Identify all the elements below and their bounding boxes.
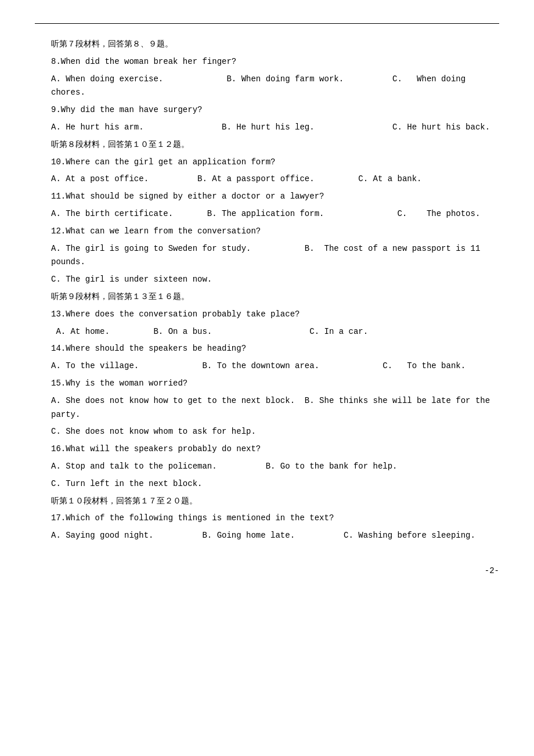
q13-option-a: A. At home. B. On a bus. C. In a car. <box>51 327 368 336</box>
top-divider <box>35 23 499 24</box>
q11-option-a: A. The birth certificate. B. The applica… <box>51 209 480 218</box>
q13-question: 13.Where does the conversation probably … <box>35 308 499 322</box>
q10-option-a: A. At a post office. B. At a passport of… <box>51 174 422 183</box>
q8-options: A. When doing exercise. B. When doing fa… <box>51 73 499 100</box>
q12-option-c: C. The girl is under sixteen now. <box>51 273 499 287</box>
q16-option-ab: A. Stop and talk to the policeman. B. Go… <box>51 460 499 474</box>
q10-options: A. At a post office. B. At a passport of… <box>51 172 499 186</box>
q15-option-a: A. She does not know how to get to the n… <box>51 396 490 419</box>
q16-option-a: A. Stop and talk to the policeman. B. Go… <box>51 462 398 471</box>
q16-question: 16.What will the speakers probably do ne… <box>35 442 499 456</box>
q12-option-a: A. The girl is going to Sweden for study… <box>51 244 480 267</box>
q11-question: 11.What should be signed by either a doc… <box>35 190 499 204</box>
q15-question: 15.Why is the woman worried? <box>35 377 499 391</box>
q14-option-a: A. To the village. B. To the downtown ar… <box>51 361 466 370</box>
q12-option-ab: A. The girl is going to Sweden for study… <box>51 242 499 270</box>
q14-options: A. To the village. B. To the downtown ar… <box>51 359 499 373</box>
section9-header: 听第９段材料，回答第１３至１６题。 <box>35 290 499 304</box>
q8-option-a: A. When doing exercise. B. When doing fa… <box>51 74 466 98</box>
q15-option-c-text: C. She does not know whom to ask for hel… <box>51 427 256 436</box>
q11-options: A. The birth certificate. B. The applica… <box>51 207 499 221</box>
content-area: 听第７段材料，回答第８、９题。 8.When did the woman bre… <box>35 38 499 543</box>
q13-options: A. At home. B. On a bus. C. In a car. <box>51 325 499 339</box>
q17-options: A. Saying good night. B. Going home late… <box>51 529 499 543</box>
q14-question: 14.Where should the speakers be heading? <box>35 342 499 356</box>
q16-option-c: C. Turn left in the next block. <box>51 477 499 491</box>
page-number: -2- <box>35 566 499 575</box>
q17-option-a: A. Saying good night. B. Going home late… <box>51 531 475 540</box>
q15-option-c: C. She does not know whom to ask for hel… <box>51 425 499 439</box>
q12-question: 12.What can we learn from the conversati… <box>35 225 499 239</box>
q9-options: A. He hurt his arm. B. He hurt his leg. … <box>51 121 499 135</box>
section10-header: 听第１０段材料，回答第１７至２０题。 <box>35 495 499 509</box>
section7-header: 听第７段材料，回答第８、９题。 <box>35 38 499 52</box>
q12-option-c-text: C. The girl is under sixteen now. <box>51 275 212 284</box>
q15-option-ab: A. She does not know how to get to the n… <box>51 394 499 422</box>
q9-question: 9.Why did the man have surgery? <box>35 103 499 117</box>
q10-question: 10.Where can the girl get an application… <box>35 156 499 170</box>
q16-option-c-text: C. Turn left in the next block. <box>51 479 202 488</box>
q17-question: 17.Which of the following things is ment… <box>35 512 499 525</box>
q8-question: 8.When did the woman break her finger? <box>35 55 499 69</box>
q9-option-a: A. He hurt his arm. B. He hurt his leg. … <box>51 123 490 132</box>
section8-header: 听第８段材料，回答第１０至１２题。 <box>35 138 499 152</box>
